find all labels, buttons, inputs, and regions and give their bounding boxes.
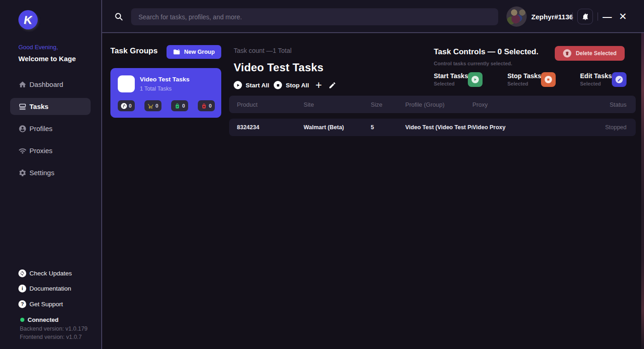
sidebar-item-label: Profiles (29, 125, 52, 132)
sidebar-item-tasks[interactable]: Tasks (0, 98, 102, 115)
success-count: 0 (182, 103, 185, 109)
stop-all-label: Stop All (286, 82, 309, 89)
refresh-icon (18, 269, 26, 277)
kage-logo: K (18, 10, 38, 29)
cell-size: 5 (371, 124, 405, 131)
start-tasks-sub: Selected (434, 81, 454, 86)
stop-all-button[interactable]: Stop All (274, 81, 309, 89)
sidebar-item-label: Tasks (29, 103, 48, 110)
sidebar: K Good Evening, Welcome to Kage Dashboar… (0, 0, 102, 349)
col-site: Site (304, 101, 371, 108)
home-icon (18, 80, 27, 89)
play-icon (234, 81, 242, 89)
search-input[interactable] (131, 8, 498, 25)
success-count-badge: 0 (171, 100, 188, 111)
topbar-divider (572, 12, 573, 21)
pencil-icon (615, 76, 623, 83)
bag-x-icon (201, 103, 207, 109)
group-actions: Start All Stop All + (234, 80, 336, 90)
sidebar-item-label: Proxies (29, 147, 52, 154)
edit-group-button[interactable] (328, 81, 336, 89)
start-all-label: Start All (246, 82, 269, 89)
user-avatar[interactable] (506, 6, 527, 27)
backend-version: Backend version: v1.0.179 (20, 326, 87, 332)
topbar: Zephyr#1136 — ✕ (102, 0, 644, 33)
delete-selected-label: Delete Selected (576, 50, 617, 57)
col-profile: Profile (Group) (405, 101, 472, 108)
frontend-version: Frontend version: v1.0.7 (20, 334, 82, 340)
greeting-text: Good Evening, (18, 44, 58, 51)
gear-icon (18, 169, 27, 177)
welcome-text: Welcome to Kage (18, 55, 76, 63)
profile-icon (18, 125, 27, 133)
sidebar-item-profiles[interactable]: Profiles (0, 120, 102, 137)
stop-icon (274, 81, 282, 89)
task-list-icon (18, 103, 27, 111)
group-name: Video Test Tasks (140, 76, 190, 83)
col-proxy: Proxy (472, 101, 581, 108)
cell-profile: Video Test (Video Test Pr (405, 124, 472, 131)
close-button[interactable]: ✕ (617, 11, 628, 22)
col-size: Size (371, 101, 405, 108)
failed-count: 0 (209, 103, 212, 109)
search-icon (114, 12, 123, 21)
sidebar-item-get-support[interactable]: ? Get Support (0, 299, 102, 309)
minimize-button[interactable]: — (602, 11, 613, 22)
failed-count-badge: 0 (198, 100, 215, 111)
username-label: Zephyr#1136 (531, 13, 573, 21)
running-count-badge: 0 (118, 100, 135, 111)
task-group-card[interactable]: Video Test Tasks 1 Total Tasks 0 0 0 (110, 68, 221, 118)
running-icon (121, 103, 127, 109)
cell-product: 8324234 (237, 124, 304, 131)
stop-icon (545, 76, 552, 83)
bell-icon (581, 13, 589, 21)
edit-tasks-label: Edit Tasks (580, 72, 612, 80)
col-status: Status (581, 101, 627, 108)
question-icon: ? (18, 300, 26, 308)
stop-tasks-label: Stop Tasks (507, 72, 541, 80)
start-tasks-label: Start Tasks (434, 72, 468, 80)
add-task-button[interactable]: + (316, 80, 322, 90)
main-content: Task Groups New Group Video Test Tasks 1… (102, 33, 644, 349)
stop-tasks-sub: Selected (507, 81, 528, 86)
footer-item-label: Get Support (29, 301, 63, 308)
footer-item-label: Documentation (29, 285, 71, 292)
task-groups-title: Task Groups (110, 46, 158, 56)
sidebar-item-proxies[interactable]: Proxies (0, 142, 102, 159)
start-all-button[interactable]: Start All (234, 81, 269, 89)
new-folder-icon (173, 48, 180, 56)
notifications-button[interactable] (577, 9, 593, 24)
connected-status-dot (20, 318, 24, 322)
start-selected-button[interactable] (468, 72, 483, 87)
new-group-button[interactable]: New Group (167, 45, 221, 59)
play-icon (472, 76, 479, 83)
app-window: K Good Evening, Welcome to Kage Dashboar… (0, 0, 644, 349)
stop-selected-button[interactable] (541, 72, 556, 87)
delete-selected-button[interactable]: Delete Selected (555, 46, 625, 61)
sidebar-item-settings[interactable]: Settings (0, 164, 102, 181)
sidebar-item-label: Dashboard (29, 80, 63, 88)
scrollbar[interactable] (641, 33, 644, 349)
cell-status: Stopped (581, 124, 627, 131)
bag-check-icon (174, 103, 180, 109)
task-count-label: Task count —1 Total (234, 47, 292, 54)
topbar-divider (598, 12, 598, 21)
edit-selected-button[interactable] (612, 72, 627, 87)
sidebar-item-label: Settings (29, 169, 54, 177)
sidebar-item-documentation[interactable]: i Documentation (0, 283, 102, 293)
carted-count: 0 (155, 103, 158, 109)
wifi-icon (18, 147, 27, 155)
tasks-table-header: Product Site Size Profile (Group) Proxy … (229, 96, 636, 113)
running-count: 0 (129, 103, 132, 109)
sidebar-item-check-updates[interactable]: Check Updates (0, 268, 102, 278)
group-thumbnail (118, 75, 135, 92)
task-controls-subtitle: Control tasks currently selected. (434, 61, 512, 66)
footer-item-label: Check Updates (29, 270, 72, 277)
carted-count-badge: 0 (144, 100, 161, 111)
sidebar-item-dashboard[interactable]: Dashboard (0, 76, 102, 93)
group-task-total: 1 Total Tasks (140, 86, 172, 92)
info-icon: i (18, 285, 26, 292)
kage-logo-letter: K (23, 13, 33, 27)
task-row[interactable]: 8324234 Walmart (Beta) 5 Video Test (Vid… (229, 119, 636, 136)
connected-status-label: Connected (28, 316, 58, 323)
